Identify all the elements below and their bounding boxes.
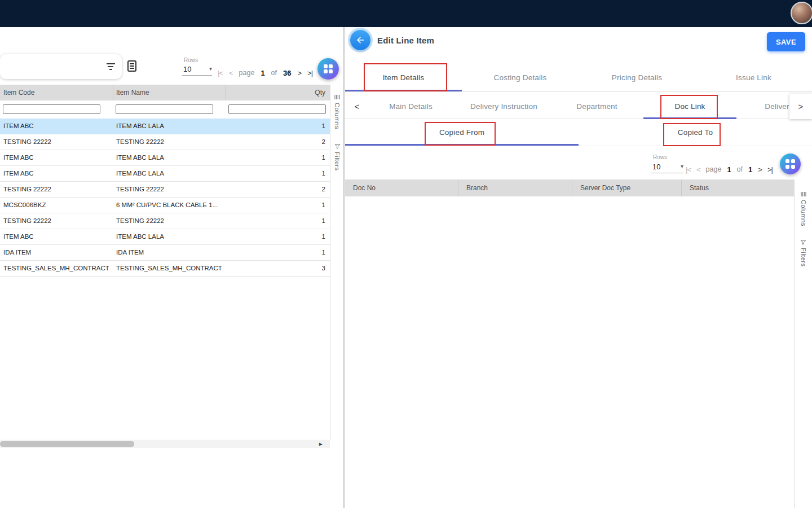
caret-down-icon: ▾: [209, 65, 212, 72]
page-total: 1: [748, 165, 752, 174]
table-row[interactable]: TESTING 22222 TESTING 22222 2: [0, 134, 330, 150]
columns-side-tab[interactable]: Columns: [330, 94, 344, 129]
rows-per-page-select[interactable]: 10 ▾: [651, 161, 683, 173]
tab-doc-link[interactable]: Doc Link: [643, 93, 736, 119]
table-row[interactable]: ITEM ABC ITEM ABC LALA 1: [0, 166, 330, 182]
header-server-doc-type[interactable]: Server Doc Type: [572, 179, 681, 196]
of-word: of: [271, 69, 277, 77]
header-doc-no[interactable]: Doc No: [345, 179, 458, 196]
next-page-button[interactable]: >: [758, 165, 762, 174]
cell-item-name: ITEM ABC LALA: [116, 119, 223, 134]
table-row[interactable]: ITEM ABC ITEM ABC LALA 1: [0, 150, 330, 166]
table-row[interactable]: MCSC006BKZ 6 MM² CU/PVC BLACK CABLE 1...…: [0, 198, 330, 213]
page-current: 1: [261, 69, 264, 77]
first-page-button[interactable]: |<: [218, 69, 223, 77]
cell-item-name: ITEM ABC LALA: [116, 150, 223, 165]
next-page-button[interactable]: >: [298, 69, 302, 77]
cell-qty: 1: [322, 198, 325, 213]
columns-icon: [800, 191, 807, 198]
filter-item-name-input[interactable]: [116, 104, 213, 114]
save-button[interactable]: SAVE: [767, 32, 805, 51]
cell-item-code: ITEM ABC: [3, 119, 112, 134]
last-page-button[interactable]: >|: [767, 165, 773, 174]
filters-side-tab-label: Filters: [800, 248, 807, 266]
left-side-strip: Columns Filters: [330, 85, 344, 440]
rows-label: Rows: [653, 154, 667, 160]
tab-issue-link[interactable]: Issue Link: [695, 64, 812, 91]
doc-link-table-header: Doc No Branch Server Doc Type Status: [345, 179, 794, 196]
cell-item-code: TESTING_SALES_MH_CONTRACT: [3, 261, 112, 276]
cell-item-name: TESTING 22222: [116, 182, 223, 197]
header-status[interactable]: Status: [681, 179, 794, 196]
back-button[interactable]: [350, 30, 370, 50]
table-row[interactable]: TESTING_SALES_MH_CONTRACT TESTING_SALES_…: [0, 261, 330, 277]
filter-list-icon[interactable]: [106, 63, 115, 70]
grid-view-button[interactable]: [780, 154, 801, 174]
column-divider: [113, 85, 113, 100]
horizontal-scrollbar[interactable]: [0, 440, 330, 448]
table-row[interactable]: IDA ITEM IDA ITEM 1: [0, 245, 330, 261]
right-side-strip: Columns Filters: [794, 179, 812, 508]
header-item-code[interactable]: Item Code: [3, 85, 34, 100]
page-word: page: [706, 165, 722, 173]
columns-side-tab[interactable]: Columns: [795, 191, 812, 226]
tab-main-details[interactable]: Main Details: [364, 93, 457, 119]
search-box[interactable]: [0, 54, 122, 79]
page-word: page: [239, 69, 255, 77]
table-row[interactable]: TESTING 22222 TESTING 22222 1: [0, 213, 330, 229]
cell-item-name: IDA ITEM: [116, 245, 223, 260]
user-avatar[interactable]: [791, 2, 812, 24]
scrollbar-thumb[interactable]: [0, 441, 134, 447]
table-row[interactable]: ITEM ABC ITEM ABC LALA 1: [0, 119, 330, 134]
header-qty[interactable]: Qty: [315, 85, 325, 100]
sub-tab-bar: < Main Details Delivery Instruction Depa…: [345, 93, 812, 119]
filters-side-tab[interactable]: Filters: [795, 239, 812, 266]
sub-tabs-scroll-right-button[interactable]: >: [789, 94, 812, 119]
active-tab-underline: [345, 144, 579, 146]
panel-divider: [343, 27, 345, 508]
cell-qty: 2: [322, 182, 325, 197]
tab-department[interactable]: Department: [550, 93, 643, 119]
scroll-right-icon[interactable]: ▸: [319, 440, 323, 448]
cell-item-code: TESTING 22222: [3, 134, 112, 150]
tab-copied-from[interactable]: Copied From: [345, 119, 579, 146]
page-title: Edit Line Item: [377, 36, 434, 45]
header-branch[interactable]: Branch: [458, 179, 572, 196]
filter-qty-input[interactable]: [228, 104, 326, 114]
filter-item-code-input[interactable]: [3, 104, 100, 114]
duplicate-icon[interactable]: [127, 60, 136, 72]
search-input[interactable]: [6, 58, 100, 76]
tab-pricing-details[interactable]: Pricing Details: [579, 64, 695, 91]
sub-tabs-scroll-left-button[interactable]: <: [350, 93, 364, 119]
tab-costing-details[interactable]: Costing Details: [462, 64, 579, 91]
cell-item-name: ITEM ABC LALA: [116, 229, 223, 244]
filters-side-tab[interactable]: Filters: [330, 143, 344, 170]
grid-view-button[interactable]: [317, 58, 339, 80]
cell-qty: 3: [322, 261, 325, 276]
prev-page-button[interactable]: <: [696, 165, 700, 174]
items-table-body: ITEM ABC ITEM ABC LALA 1 TESTING 22222 T…: [0, 119, 330, 277]
first-page-button[interactable]: |<: [686, 165, 691, 174]
main-tab-bar: Item Details Costing Details Pricing Det…: [345, 64, 812, 92]
pagination: |< < page 1 of 1 > >|: [686, 163, 773, 176]
tab-item-details[interactable]: Item Details: [345, 64, 462, 91]
line-items-list-panel: Rows 10 ▾ |< < page 1 of 36 > >| Item Co…: [0, 27, 344, 508]
rows-per-page-select[interactable]: 10 ▾: [182, 63, 212, 76]
last-page-button[interactable]: >|: [307, 69, 312, 77]
rows-value: 10: [652, 163, 660, 171]
header-item-name[interactable]: Item Name: [116, 85, 149, 100]
filters-icon: [334, 143, 341, 150]
tab-label: Delivery Instruction: [470, 102, 537, 111]
tab-delivery-d[interactable]: Delivery D: [736, 93, 789, 119]
tab-copied-to[interactable]: Copied To: [579, 119, 812, 146]
prev-page-button[interactable]: <: [229, 69, 233, 77]
cell-item-code: TESTING 22222: [3, 213, 112, 229]
tab-delivery-instruction[interactable]: Delivery Instruction: [457, 93, 550, 119]
tab-label: Doc Link: [674, 102, 705, 111]
tab-label: Department: [576, 102, 617, 111]
table-row[interactable]: ITEM ABC ITEM ABC LALA 1: [0, 229, 330, 245]
tab-label: Delivery D: [765, 102, 789, 111]
grid-icon: [324, 64, 333, 74]
table-row[interactable]: TESTING 22222 TESTING 22222 2: [0, 182, 330, 198]
cell-qty: 2: [322, 134, 325, 150]
